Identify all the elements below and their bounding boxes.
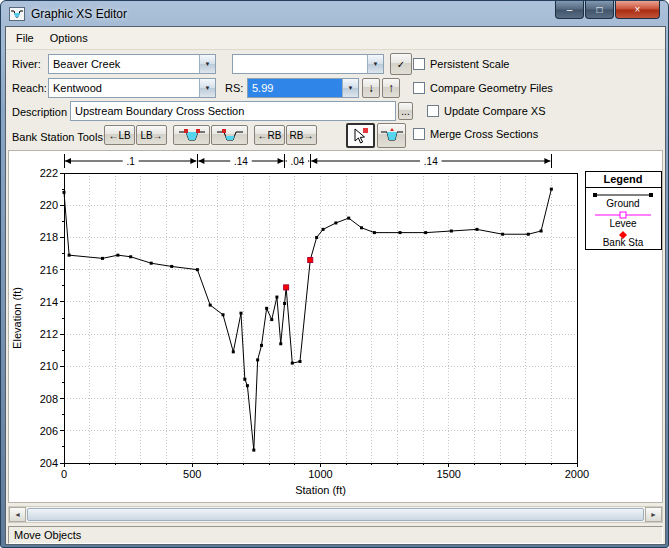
move-left-bank-right-button[interactable]: LB→: [136, 125, 167, 145]
close-icon: ×: [635, 4, 641, 15]
arrow-up-icon: ↑: [388, 81, 394, 95]
svg-text:1000: 1000: [308, 468, 332, 480]
svg-text:212: 212: [40, 328, 58, 340]
svg-text:206: 206: [40, 425, 58, 437]
aux-combo-value: [233, 55, 367, 73]
svg-text:Bank Sta: Bank Sta: [603, 237, 644, 248]
move-left-bank-left-button[interactable]: ←LB: [104, 125, 135, 145]
client-area: File Options River: Beaver Creek ▼ ▼ ✓ P…: [5, 26, 666, 545]
checkbox-label: Compare Geometry Files: [430, 82, 553, 94]
svg-text:.04: .04: [290, 156, 304, 167]
close-button[interactable]: ×: [615, 1, 660, 19]
checkbox-merge-cross-sections[interactable]: Merge Cross Sections: [413, 127, 538, 141]
status-text: Move Objects: [14, 529, 81, 541]
scroll-right-button[interactable]: ►: [645, 507, 662, 522]
svg-text:Levee: Levee: [609, 218, 637, 229]
scroll-right-icon: ►: [650, 511, 657, 518]
river-label: River:: [12, 54, 41, 74]
svg-text:Station (ft): Station (ft): [295, 484, 346, 496]
scroll-left-icon: ◄: [14, 511, 21, 518]
reach-combo[interactable]: Kentwood ▼: [48, 78, 216, 98]
rs-down-button[interactable]: ↓: [362, 78, 380, 98]
pointer-tool-icon: [352, 127, 369, 145]
rs-label: RS:: [225, 78, 243, 98]
horizontal-scrollbar[interactable]: ◄ ►: [8, 506, 663, 523]
svg-text:.14: .14: [234, 156, 248, 167]
scroll-left-button[interactable]: ◄: [9, 507, 26, 522]
cross-section-plot[interactable]: 0500100015002000204206208210212214216218…: [8, 150, 663, 503]
maximize-button[interactable]: □: [585, 1, 614, 19]
svg-text:Ground: Ground: [606, 198, 639, 209]
button-label: LB→: [140, 130, 162, 141]
minimize-button[interactable]: –: [555, 1, 584, 19]
checkbox-update-compare-xs[interactable]: Update Compare XS: [427, 104, 546, 118]
pointer-tool-button[interactable]: [346, 123, 375, 148]
chevron-down-icon[interactable]: ▼: [367, 55, 383, 73]
move-right-bank-right-button[interactable]: RB→: [286, 125, 317, 145]
svg-text:218: 218: [40, 231, 58, 243]
arrow-down-icon: ↓: [368, 81, 374, 95]
set-bank-stations-button[interactable]: [173, 125, 210, 145]
chevron-down-icon[interactable]: ▼: [199, 55, 215, 73]
checkbox-compare-geometry-files[interactable]: Compare Geometry Files: [413, 81, 553, 95]
xs-chart-svg: 0500100015002000204206208210212214216218…: [9, 151, 662, 502]
svg-text:216: 216: [40, 264, 58, 276]
checkbox-box: [413, 128, 425, 140]
checkbox-label: Update Compare XS: [444, 105, 546, 117]
channel-adjust-icon: [380, 127, 404, 144]
maximize-icon: □: [596, 4, 602, 15]
svg-text:2000: 2000: [565, 468, 589, 480]
svg-text:500: 500: [183, 468, 201, 480]
svg-text:Legend: Legend: [603, 173, 642, 185]
svg-text:0: 0: [61, 468, 67, 480]
checkbox-persistent-scale[interactable]: Persistent Scale: [413, 57, 509, 71]
reach-combo-value: Kentwood: [49, 79, 199, 97]
svg-text:1500: 1500: [437, 468, 461, 480]
river-combo-value: Beaver Creek: [49, 55, 199, 73]
button-label: ←RB: [258, 130, 282, 141]
chevron-down-icon[interactable]: ▼: [199, 79, 215, 97]
svg-text:204: 204: [40, 457, 58, 469]
menu-bar: File Options: [6, 27, 665, 50]
xs-shape-full-icon: [178, 128, 206, 143]
graphic-xs-editor-window: Graphic XS Editor – □ × File Options Riv…: [0, 0, 669, 548]
svg-text:214: 214: [40, 296, 58, 308]
menu-file[interactable]: File: [8, 28, 42, 48]
scrollbar-thumb[interactable]: [27, 508, 644, 521]
reach-label: Reach:: [12, 78, 47, 98]
river-combo[interactable]: Beaver Creek ▼: [48, 54, 216, 74]
bank-station-tools-label: Bank Station Tools:: [12, 127, 106, 147]
checkbox-label: Merge Cross Sections: [430, 128, 538, 140]
checkbox-box: [413, 58, 425, 70]
window-title: Graphic XS Editor: [31, 7, 127, 21]
chevron-down-icon[interactable]: ▼: [342, 79, 358, 97]
aux-combo[interactable]: ▼: [232, 54, 384, 74]
description-more-button[interactable]: ...: [398, 102, 413, 120]
status-bar: Move Objects: [8, 526, 663, 544]
button-label: RB→: [290, 130, 314, 141]
channel-adjust-tool-button[interactable]: [377, 123, 406, 148]
checkbox-label: Persistent Scale: [430, 58, 509, 70]
rs-combo[interactable]: 5.99 ▼: [247, 78, 359, 98]
svg-text:.1: .1: [127, 156, 136, 167]
ellipsis-icon: ...: [401, 106, 409, 117]
svg-text:208: 208: [40, 393, 58, 405]
check-icon: ✓: [397, 59, 405, 70]
minimize-icon: –: [567, 4, 573, 15]
titlebar[interactable]: Graphic XS Editor – □ ×: [1, 1, 668, 26]
move-right-bank-left-button[interactable]: ←RB: [254, 125, 285, 145]
rs-up-button[interactable]: ↑: [382, 78, 400, 98]
xs-shape-low-icon: [216, 128, 244, 143]
aux-check-button[interactable]: ✓: [390, 53, 412, 75]
button-label: ←LB: [108, 130, 130, 141]
description-input[interactable]: [70, 101, 396, 121]
menu-options[interactable]: Options: [42, 28, 96, 48]
app-icon: [9, 7, 25, 21]
remove-bank-stations-button[interactable]: [211, 125, 248, 145]
svg-text:.14: .14: [424, 156, 438, 167]
window-controls: – □ ×: [554, 1, 660, 19]
checkbox-box: [413, 82, 425, 94]
description-label: Description: [12, 102, 67, 122]
rs-combo-value: 5.99: [248, 79, 342, 97]
svg-text:222: 222: [40, 167, 58, 179]
